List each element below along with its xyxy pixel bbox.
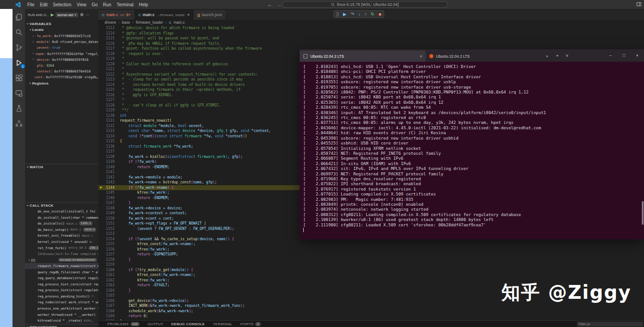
terminal-tab[interactable]: Ubuntu 22.04.2 LTS× [426, 51, 552, 62]
menu-edit[interactable]: Edit [37, 2, 50, 7]
debug-settings-gear-icon[interactable]: ⚙ [80, 13, 84, 17]
explorer-icon[interactable] [14, 13, 23, 21]
stop-icon[interactable]: ■ [378, 12, 381, 17]
code-line[interactable]: 1161 kfree_const(fw_work->name); [98, 272, 644, 278]
registers-node[interactable]: ›Registers [25, 81, 98, 86]
panel-tab-output[interactable]: OUTPUT [148, 322, 163, 326]
stack-frame-row[interactable]: query_regdb_file(const char * alp [25, 269, 98, 275]
stack-frame-row[interactable]: kernel_init(void * unused)m. [25, 239, 98, 245]
start-debug-icon[interactable]: ▶ [51, 13, 54, 17]
variable-row[interactable]: uevent:true [25, 45, 98, 51]
menu-view[interactable]: View [74, 2, 89, 7]
editor-tab[interactable]: Cmain.cinit9+ [98, 10, 135, 20]
terminal-scrollbar[interactable] [642, 201, 644, 225]
stack-frame-row[interactable]: ret_from_fork()entry_64.S298:1 [25, 245, 98, 251]
testing-icon[interactable] [14, 104, 23, 113]
layout-toggle-icon[interactable] [636, 2, 641, 7]
variables-section-header[interactable]: ›VARIABLES [25, 21, 98, 27]
stack-frame-row[interactable]: reg_process_hint(struct regulator [25, 287, 98, 293]
variable-row[interactable]: gfp:3264 [25, 63, 98, 68]
stack-frame-row[interactable]: do_basic_setup()main.c1414:1 [25, 227, 98, 233]
panel-tab-problems[interactable]: PROBLEMS109 [107, 322, 140, 326]
drag-handle-icon[interactable] [336, 12, 339, 17]
stack-frame-row[interactable]: do_initcall_level(char * command_ [25, 215, 98, 221]
code-line[interactable]: 1157 return -EOPNOTSUPP; [98, 252, 644, 257]
step-over-icon[interactable]: ↷ [351, 12, 354, 17]
breadcrumb-item[interactable]: firmware_loader [136, 20, 163, 25]
run-debug-icon[interactable]: 1 [14, 58, 23, 67]
menu-selection[interactable]: Selection [50, 2, 74, 7]
stack-frame-row[interactable]: request_firmware_nowait(struct mo [25, 263, 98, 269]
stack-frame-row[interactable]: process_one_work(struct worker * [25, 306, 98, 312]
menu-run[interactable]: Run [100, 2, 114, 7]
code-line[interactable]: 1160 if (!try_module_get(module)) { [98, 268, 644, 273]
new-tab-icon[interactable]: ＋ [552, 49, 563, 62]
variable-row[interactable]: ›fw_work:0xffff888003d17cc0 [25, 33, 98, 39]
menu-go[interactable]: Go [89, 2, 100, 7]
command-center-search[interactable]: linux-5.15.78 [WSL: Ubuntu-22.04] [283, 1, 447, 8]
maximize-icon[interactable]: □ [617, 53, 631, 58]
terminal-tab[interactable]: >_Ubuntu 22.04.2 LTS× [300, 51, 426, 62]
terminal-output[interactable]: [ 2.018243] ohci_hcd: USB 1.1 'Open' Hos… [300, 62, 644, 239]
stack-frame-row[interactable]: reg_process_pending_hints()r. [25, 293, 98, 300]
code-line[interactable]: 1155 kfree_const(fw_work->name); [98, 242, 644, 247]
step-out-icon[interactable]: ↑ [364, 12, 367, 17]
remote-explorer-icon[interactable] [14, 89, 23, 98]
menu-file[interactable]: File [25, 2, 37, 7]
editor-tab[interactable]: {}launch.json [194, 10, 226, 20]
code-line[interactable]: 1159 [98, 262, 644, 268]
step-into-icon[interactable]: ↓ [358, 12, 360, 17]
breadcrumb[interactable]: drivers›base›firmware_loader›Cmain.c [98, 20, 644, 25]
variable-row[interactable]: ›name:0xffffffff8261df6e "regul… [25, 51, 98, 57]
debug-console-filter-input[interactable]: Filter (e [577, 322, 643, 327]
panel-tab-debug-console[interactable]: DEBUG CONSOLE [171, 322, 205, 326]
variable-row[interactable]: ›device:0xffff88800359f810 [25, 57, 98, 63]
stack-frame-row[interactable]: kthread(void * _create)kthr… [25, 318, 98, 324]
panel-tab-terminal[interactable]: TERMINAL [213, 322, 233, 326]
stack-frame-row[interactable]: do_one_initcall(initcall_t fn) [25, 208, 98, 215]
code-line[interactable]: 1114 * @gfp: allocation flags [98, 31, 644, 36]
stack-frame-row[interactable]: reg_query_database(struct regulat [25, 275, 98, 281]
editor-tab[interactable]: Cmain.c…/firmware_loader× [135, 10, 194, 20]
more-actions-icon[interactable]: ··· [85, 13, 89, 17]
code-line[interactable]: 1168 schedule_work(&fw_work->work); [98, 309, 644, 314]
code-line[interactable]: 1169 return 0; [98, 314, 644, 319]
stack-frame-row[interactable]: do_initcalls()main.c1395:1 [25, 221, 98, 227]
close-icon[interactable]: × [546, 54, 548, 59]
variable-row[interactable]: ›module:0x0 <fixed_percpu_data> [25, 39, 98, 45]
locals-node[interactable]: ›Locals [25, 27, 98, 33]
stack-frame-row[interactable]: [Unknown/Just-In-Time compiled cc [25, 251, 98, 257]
stack-frame-row[interactable]: reg_process_hint_core(struct regu [25, 281, 98, 288]
breadcrumb-item[interactable]: drivers [105, 20, 116, 25]
menu-help[interactable]: Help [136, 2, 151, 7]
breadcrumb-item[interactable]: base [122, 20, 130, 25]
stack-frame-row[interactable]: reg_todo(struct work_struct * wor [25, 299, 98, 306]
breadcrumb-item[interactable]: main.c [174, 20, 185, 25]
search-icon[interactable] [14, 28, 23, 37]
code-line[interactable]: 1116 * @fw may be %NULL if firmware requ… [98, 41, 644, 47]
debug-session-row[interactable]: ›[2]PAUSED ON BREAKPOINT [25, 257, 98, 263]
stack-frame-row[interactable]: kernel_init_freeable()main.c [25, 233, 98, 239]
variable-row[interactable]: context:0xffff88800370e910 [25, 68, 98, 74]
forward-icon[interactable]: → [277, 2, 282, 7]
extensions-icon[interactable] [14, 73, 23, 82]
debug-config-dropdown[interactable]: kernel-det ˅ [55, 13, 78, 17]
code-line[interactable]: 1156 kfree(fw_work); [98, 247, 644, 252]
stack-frame-row[interactable]: worker_thread(void * __worker) [25, 311, 98, 318]
menu-terminal[interactable]: Terminal [114, 2, 136, 7]
code-line[interactable]: 1113 * @device: device for which firmwar… [98, 25, 644, 31]
back-icon[interactable]: ← [267, 2, 272, 7]
code-line[interactable]: 1115 * @context: will be passed over to … [98, 36, 644, 41]
breakpoints-section-header[interactable]: ›BREAKPOINTS [25, 324, 98, 327]
tab-dropdown-icon[interactable]: ˅ [563, 49, 572, 62]
watch-section-header[interactable]: ›WATCH [25, 164, 98, 170]
call-stack-section-header[interactable]: ›CALL STACK [25, 202, 98, 208]
restart-icon[interactable]: ↻ [371, 12, 374, 17]
code-line[interactable]: 1158 } [98, 257, 644, 263]
close-icon[interactable]: × [631, 53, 644, 58]
close-icon[interactable]: × [420, 54, 422, 59]
organization-icon[interactable] [14, 119, 23, 128]
minimize-icon[interactable]: – [604, 53, 617, 58]
panel-tab-ports[interactable]: PORTS1 [241, 322, 261, 326]
variable-row[interactable]: cont:0xffffffff81af91d0 <regdb… [25, 74, 98, 80]
